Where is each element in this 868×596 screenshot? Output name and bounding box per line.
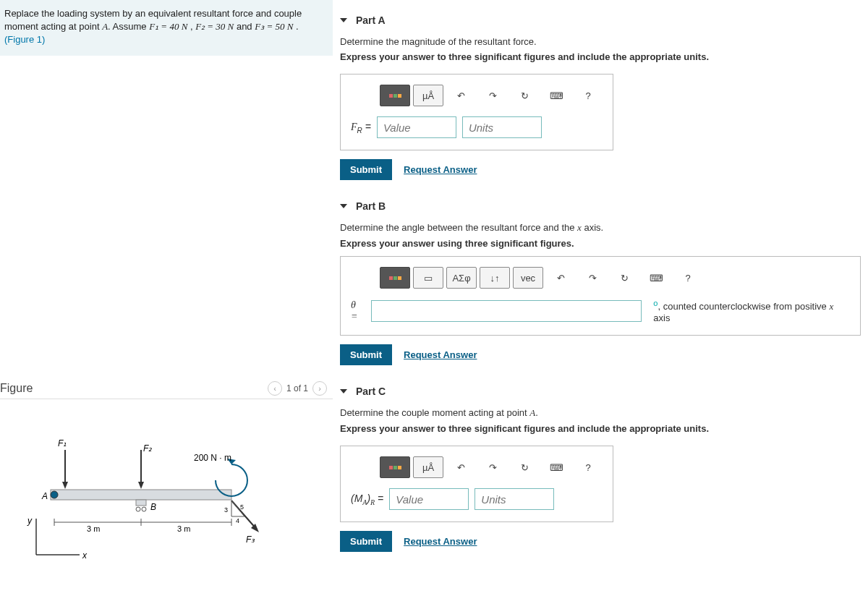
part-b: Part B Determine the angle between the r… <box>340 200 861 365</box>
svg-text:F₁: F₁ <box>58 438 67 448</box>
theta-label: θ = <box>351 299 365 323</box>
undo-button[interactable]: ↶ <box>446 457 475 477</box>
part-c-toolbar: µÅ ↶ ↷ ↻ ⌨ ? <box>380 456 603 478</box>
part-c-prompt: Determine the couple moment acting at po… <box>340 407 861 419</box>
keyboard-button[interactable]: ⌨ <box>542 457 571 477</box>
svg-text:y: y <box>27 516 33 526</box>
f2-value: F₂ = 30 N <box>195 21 234 32</box>
f1-value: F₁ = 40 N <box>149 21 187 32</box>
redo-button[interactable]: ↷ <box>478 457 507 477</box>
sort-button[interactable]: ↓↑ <box>480 267 510 289</box>
svg-point-8 <box>136 507 140 511</box>
prev-figure-button[interactable]: ‹ <box>268 381 282 396</box>
part-c: Part C Determine the couple moment actin… <box>340 386 861 552</box>
redo-button[interactable]: ↷ <box>478 85 507 106</box>
svg-text:x: x <box>82 550 88 561</box>
part-a-panel: µÅ ↶ ↷ ↻ ⌨ ? FR = <box>340 74 613 150</box>
undo-button[interactable]: ↶ <box>446 85 475 106</box>
collapse-caret-icon <box>340 204 347 208</box>
part-a-title: Part A <box>356 14 386 26</box>
figure-link[interactable]: (Figure 1) <box>4 34 45 45</box>
request-answer-link[interactable]: Request Answer <box>404 349 477 360</box>
point-a: A <box>102 21 108 32</box>
greek-button[interactable]: ΑΣφ <box>446 267 477 289</box>
part-c-format: Express your answer to three significant… <box>340 423 861 434</box>
part-a: Part A Determine the magnitude of the re… <box>340 14 861 180</box>
theta-suffix: o, counted counterclockwise from positiv… <box>653 299 850 323</box>
part-a-header[interactable]: Part A <box>340 14 861 26</box>
svg-text:3 m: 3 m <box>87 524 100 533</box>
problem-statement: Replace the loading system by an equival… <box>0 0 333 56</box>
part-b-toolbar: ▭ ΑΣφ ↓↑ vec ↶ ↷ ↻ ⌨ ? <box>380 267 850 289</box>
collapse-caret-icon <box>340 18 347 22</box>
submit-button[interactable]: Submit <box>340 344 392 365</box>
template-icon[interactable] <box>380 85 410 106</box>
part-c-title: Part C <box>356 386 386 397</box>
svg-text:B: B <box>150 502 156 512</box>
svg-point-5 <box>51 491 58 498</box>
svg-text:3: 3 <box>224 506 228 514</box>
template-icon[interactable] <box>380 267 410 289</box>
units-button[interactable]: µÅ <box>413 456 443 478</box>
f3-value: F₃ = 50 N <box>255 21 293 32</box>
template-icon[interactable] <box>380 456 410 478</box>
svg-marker-12 <box>62 482 68 489</box>
figure-title: Figure <box>0 382 268 395</box>
theta-input[interactable] <box>371 300 642 322</box>
keyboard-button[interactable]: ⌨ <box>542 85 571 106</box>
fraction-button[interactable]: ▭ <box>413 267 443 289</box>
part-b-panel: ▭ ΑΣφ ↓↑ vec ↶ ↷ ↻ ⌨ ? θ = o, counted co… <box>340 256 861 336</box>
value-input[interactable] <box>377 116 456 138</box>
reset-button[interactable]: ↻ <box>510 457 539 477</box>
part-b-format: Express your answer using three signific… <box>340 238 861 249</box>
svg-point-9 <box>142 507 146 511</box>
help-button[interactable]: ? <box>574 457 603 477</box>
submit-button[interactable]: Submit <box>340 159 392 180</box>
svg-text:200 N · m: 200 N · m <box>194 453 231 463</box>
reset-button[interactable]: ↻ <box>510 85 539 106</box>
figure-diagram: y x A B F₁ F₂ <box>0 399 333 589</box>
svg-text:F₃: F₃ <box>246 535 255 545</box>
svg-text:A: A <box>41 491 48 501</box>
part-b-header[interactable]: Part B <box>340 200 861 212</box>
svg-rect-7 <box>136 500 146 506</box>
submit-button[interactable]: Submit <box>340 531 392 552</box>
ma-label: (MA)R = <box>351 493 383 506</box>
part-a-format: Express your answer to three significant… <box>340 51 861 62</box>
part-a-toolbar: µÅ ↶ ↷ ↻ ⌨ ? <box>380 85 603 106</box>
svg-marker-15 <box>138 482 144 489</box>
next-figure-button[interactable]: › <box>312 381 327 396</box>
help-button[interactable]: ? <box>673 268 702 288</box>
svg-text:5: 5 <box>240 503 244 511</box>
collapse-caret-icon <box>340 389 347 393</box>
part-c-header[interactable]: Part C <box>340 386 861 397</box>
part-c-panel: µÅ ↶ ↷ ↻ ⌨ ? (MA)R = <box>340 446 613 522</box>
keyboard-button[interactable]: ⌨ <box>642 268 671 288</box>
problem-text: . Assume <box>108 21 149 32</box>
fr-label: FR = <box>351 121 371 135</box>
units-input[interactable] <box>462 116 542 138</box>
part-b-prompt: Determine the angle between the resultan… <box>340 222 861 234</box>
svg-text:4: 4 <box>236 517 239 524</box>
figure-pager: ‹ 1 of 1 › <box>268 381 327 396</box>
svg-text:3 m: 3 m <box>177 524 190 533</box>
vec-button[interactable]: vec <box>513 267 543 289</box>
svg-rect-4 <box>51 490 231 500</box>
part-a-prompt: Determine the magnitude of the resultant… <box>340 36 861 47</box>
svg-text:F₂: F₂ <box>143 443 153 454</box>
units-button[interactable]: µÅ <box>413 85 443 106</box>
redo-button[interactable]: ↷ <box>578 268 607 288</box>
value-input[interactable] <box>389 488 469 510</box>
help-button[interactable]: ? <box>574 85 603 106</box>
undo-button[interactable]: ↶ <box>546 268 575 288</box>
request-answer-link[interactable]: Request Answer <box>404 536 477 547</box>
reset-button[interactable]: ↻ <box>610 268 639 288</box>
units-input[interactable] <box>475 488 554 510</box>
part-b-title: Part B <box>356 200 386 212</box>
pager-text: 1 of 1 <box>286 383 308 393</box>
request-answer-link[interactable]: Request Answer <box>404 164 477 175</box>
